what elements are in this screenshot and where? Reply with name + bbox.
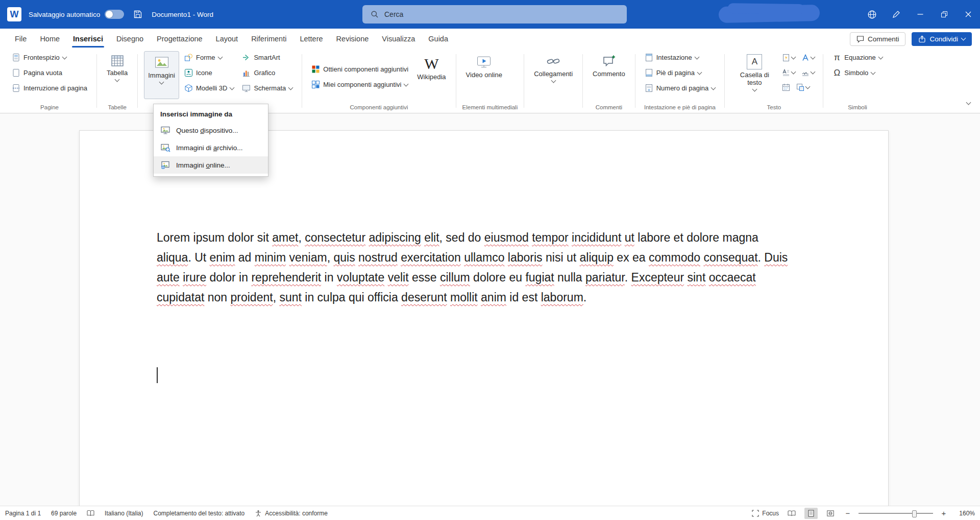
stock-images-icon	[160, 143, 170, 153]
word-count[interactable]: 69 parole	[51, 510, 77, 517]
my-add-ins-button[interactable]: Miei componenti aggiuntivi	[308, 78, 411, 91]
tab-guida[interactable]: Guida	[422, 29, 455, 49]
equation-button[interactable]: π Equazione	[829, 51, 885, 64]
group-separator	[724, 54, 725, 108]
accessibility-status[interactable]: Accessibilità: conforme	[255, 510, 328, 517]
chevron-down-icon	[217, 54, 223, 59]
focus-button[interactable]: Focus	[752, 510, 779, 517]
chart-button[interactable]: Grafico	[239, 66, 296, 79]
chevron-down-icon	[752, 86, 757, 91]
header-button[interactable]: Intestazione	[642, 51, 719, 64]
group-separator	[96, 54, 97, 108]
document-page[interactable]: Lorem ipsum dolor sit amet, consectetur …	[79, 130, 889, 506]
tab-riferimenti[interactable]: Riferimenti	[244, 29, 293, 49]
zoom-slider[interactable]	[859, 513, 933, 514]
tab-file[interactable]: File	[8, 29, 33, 49]
search-icon	[371, 10, 379, 18]
misspelled-word: anim	[481, 291, 506, 304]
autosave-control[interactable]: Salvataggio automatico	[29, 10, 124, 19]
restore-button[interactable]	[932, 0, 956, 29]
misspelled-word: nostrud	[358, 251, 398, 264]
tab-home[interactable]: Home	[33, 29, 66, 49]
screenshot-button[interactable]: Schermata	[239, 82, 296, 94]
tab-layout[interactable]: Layout	[209, 29, 245, 49]
page-break-button[interactable]: Interruzione di pagina	[9, 82, 90, 94]
misspelled-word: exercitation	[401, 251, 461, 264]
signature-line-button[interactable]	[799, 67, 817, 78]
misspelled-word: ut	[625, 231, 634, 244]
tab-progettazione[interactable]: Progettazione	[150, 29, 209, 49]
cover-page-button[interactable]: Frontespizio	[9, 51, 90, 64]
online-video-button[interactable]: Video online	[462, 51, 506, 99]
search-box[interactable]: Cerca	[362, 5, 627, 23]
word-app-icon[interactable]: W	[7, 7, 21, 21]
autosave-toggle[interactable]	[105, 10, 124, 19]
date-time-button[interactable]	[780, 82, 792, 93]
minimize-button[interactable]	[908, 0, 932, 29]
misspelled-word: eiusmod	[484, 231, 529, 244]
menu-item-stock-images[interactable]: Immagini di archivio...	[154, 139, 268, 156]
inking-pen-icon[interactable]	[884, 0, 908, 29]
chevron-down-icon	[288, 85, 293, 90]
read-mode-button[interactable]	[785, 508, 798, 519]
chevron-down-icon	[694, 54, 699, 59]
document-canvas[interactable]: Lorem ipsum dolor sit amet, consectetur …	[0, 113, 980, 506]
new-comment-button[interactable]: Commento	[589, 51, 629, 99]
save-button[interactable]	[131, 8, 144, 21]
group-separator	[582, 54, 583, 108]
symbol-button[interactable]: Ω Simbolo	[829, 66, 885, 79]
footer-button[interactable]: Piè di pagina	[642, 66, 719, 79]
page-indicator[interactable]: Pagina 1 di 1	[5, 510, 41, 517]
pictures-button[interactable]: Immagini	[144, 51, 179, 99]
language-indicator[interactable]: Italiano (Italia)	[105, 510, 143, 517]
page-number-button[interactable]: Numero di pagina	[642, 82, 719, 94]
object-button[interactable]	[794, 82, 812, 93]
zoom-in-button[interactable]: +	[939, 509, 948, 517]
misspelled-word: sint	[688, 271, 706, 284]
text-prediction-status[interactable]: Completamento del testo: attivato	[153, 510, 244, 517]
menu-item-this-device[interactable]: Questo dispositivo...	[154, 122, 268, 139]
tab-disegno[interactable]: Disegno	[110, 29, 150, 49]
zoom-out-button[interactable]: −	[843, 509, 852, 517]
group-separator	[302, 54, 302, 108]
misspelled-word: voluptate	[337, 271, 384, 284]
group-separator	[635, 54, 635, 108]
share-button[interactable]: Condividi	[912, 32, 972, 46]
group-label-multimediali: Elementi multimediali	[462, 103, 518, 113]
close-button[interactable]	[956, 0, 980, 29]
web-layout-button[interactable]	[824, 508, 837, 519]
wordart-button[interactable]	[799, 52, 817, 63]
text-box-button[interactable]: A Casella di testo	[731, 51, 778, 99]
chevron-down-icon	[159, 79, 164, 84]
group-separator	[823, 54, 823, 108]
tab-visualizza[interactable]: Visualizza	[375, 29, 422, 49]
links-button[interactable]: Collegamenti	[530, 51, 576, 99]
comments-button[interactable]: Commenti	[850, 32, 906, 46]
icons-button[interactable]: Icone	[181, 66, 237, 79]
tab-lettere[interactable]: Lettere	[293, 29, 329, 49]
print-layout-button[interactable]	[804, 508, 818, 519]
quick-parts-button[interactable]	[780, 52, 797, 63]
misspelled-word: velit	[388, 271, 409, 284]
table-button[interactable]: Tabella	[103, 51, 131, 99]
shapes-button[interactable]: Forme	[181, 51, 237, 64]
collapse-ribbon-button[interactable]	[964, 94, 973, 109]
tab-revisione[interactable]: Revisione	[330, 29, 376, 49]
zoom-level[interactable]: 160%	[954, 510, 975, 517]
screenshot-icon	[242, 84, 251, 92]
table-icon	[111, 54, 124, 67]
zoom-slider-knob[interactable]	[912, 510, 917, 517]
comments-button-label: Commenti	[868, 35, 899, 43]
blank-page-button[interactable]: Pagina vuota	[9, 66, 90, 79]
get-add-ins-button[interactable]: Ottieni componenti aggiuntivi	[308, 63, 411, 76]
3d-models-button[interactable]: Modelli 3D	[181, 82, 237, 94]
menu-item-online-pictures[interactable]: Immagini online...	[154, 156, 268, 174]
focus-icon	[752, 510, 759, 517]
globe-icon[interactable]	[860, 0, 884, 29]
drop-cap-button[interactable]	[780, 67, 797, 78]
proofing-errors-icon[interactable]	[87, 510, 94, 516]
smartart-button[interactable]: SmartArt	[239, 51, 296, 64]
quick-parts-icon	[782, 54, 790, 62]
tab-inserisci[interactable]: Inserisci	[66, 29, 110, 49]
wikipedia-button[interactable]: W Wikipedia	[413, 53, 449, 101]
